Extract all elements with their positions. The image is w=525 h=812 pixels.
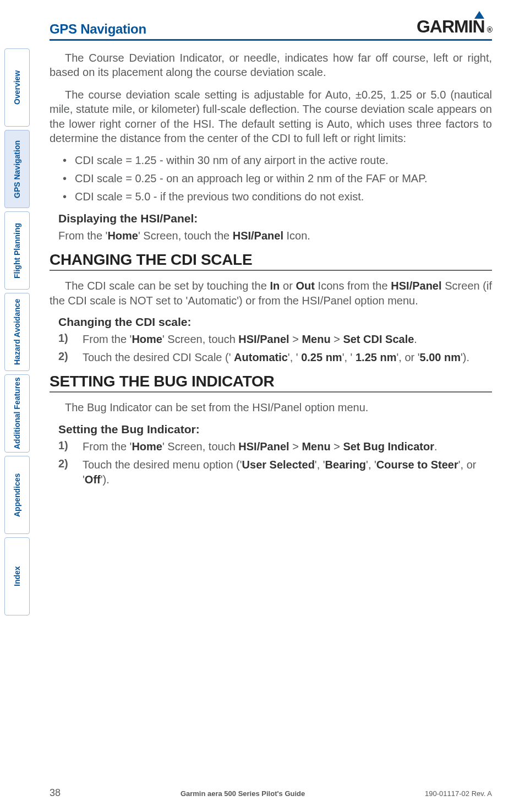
paragraph: The Course Deviation Indicator, or needl… <box>50 51 492 80</box>
bullet-list: CDI scale = 1.25 - within 30 nm of any a… <box>63 153 492 204</box>
sub-heading: Setting the Bug Indicator: <box>58 423 492 436</box>
side-tabs: Overview GPS Navigation Flight Planning … <box>4 48 30 615</box>
step-row: 2) Touch the desired menu option ('User … <box>58 457 492 487</box>
sub-heading: Displaying the HSI/Panel: <box>58 212 492 225</box>
list-item: CDI scale = 0.25 - on an approach leg or… <box>63 171 492 186</box>
step-text: Touch the desired CDI Scale (' Automatic… <box>83 350 492 365</box>
step-number: 1) <box>58 332 73 347</box>
paragraph: The CDI scale can be set by touching the… <box>50 279 492 308</box>
registered-mark: ® <box>487 25 492 34</box>
garmin-logo-text: GARMIN <box>417 17 485 37</box>
tab-overview[interactable]: Overview <box>4 48 30 127</box>
step-row: 1) From the 'Home' Screen, touch HSI/Pan… <box>58 439 492 454</box>
step-text: From the 'Home' Screen, touch the HSI/Pa… <box>58 228 492 243</box>
page-number: 38 <box>50 787 61 799</box>
garmin-logo: GARMIN ® <box>417 17 492 37</box>
tab-flight-planning[interactable]: Flight Planning <box>4 211 30 290</box>
paragraph: The course deviation scale setting is ad… <box>50 88 492 146</box>
step-number: 1) <box>58 439 73 454</box>
svg-marker-0 <box>474 11 484 19</box>
page-footer: 38 Garmin aera 500 Series Pilot's Guide … <box>50 787 492 799</box>
step-row: 1) From the 'Home' Screen, touch HSI/Pan… <box>58 332 492 347</box>
step-text: From the 'Home' Screen, touch HSI/Panel … <box>83 332 492 347</box>
tab-hazard-avoidance[interactable]: Hazard Avoidance <box>4 293 30 371</box>
paragraph: The Bug Indicator can be set from the HS… <box>50 400 492 415</box>
ordered-steps: 1) From the 'Home' Screen, touch HSI/Pan… <box>58 332 492 365</box>
tab-index[interactable]: Index <box>4 537 30 615</box>
list-item: CDI scale = 5.0 - if the previous two co… <box>63 189 492 204</box>
step-text: Touch the desired menu option ('User Sel… <box>83 457 492 487</box>
heading-bug-indicator: SETTING THE BUG INDICATOR <box>50 373 492 393</box>
sub-heading: Changing the CDI scale: <box>58 315 492 329</box>
step-number: 2) <box>58 350 73 365</box>
garmin-delta-icon <box>474 11 484 19</box>
ordered-steps: 1) From the 'Home' Screen, touch HSI/Pan… <box>58 439 492 487</box>
footer-title: Garmin aera 500 Series Pilot's Guide <box>61 789 425 798</box>
step-text: From the 'Home' Screen, touch HSI/Panel … <box>83 439 492 454</box>
tab-gps-navigation[interactable]: GPS Navigation <box>4 130 30 208</box>
tab-appendices[interactable]: Appendices <box>4 456 30 534</box>
section-title: GPS Navigation <box>50 21 146 37</box>
footer-revision: 190-01117-02 Rev. A <box>425 789 492 798</box>
tab-additional-features[interactable]: Additional Features <box>4 374 30 453</box>
step-number: 2) <box>58 457 73 487</box>
heading-changing-cdi: CHANGING THE CDI SCALE <box>50 251 492 271</box>
list-item: CDI scale = 1.25 - within 30 nm of any a… <box>63 153 492 168</box>
step-row: 2) Touch the desired CDI Scale (' Automa… <box>58 350 492 365</box>
